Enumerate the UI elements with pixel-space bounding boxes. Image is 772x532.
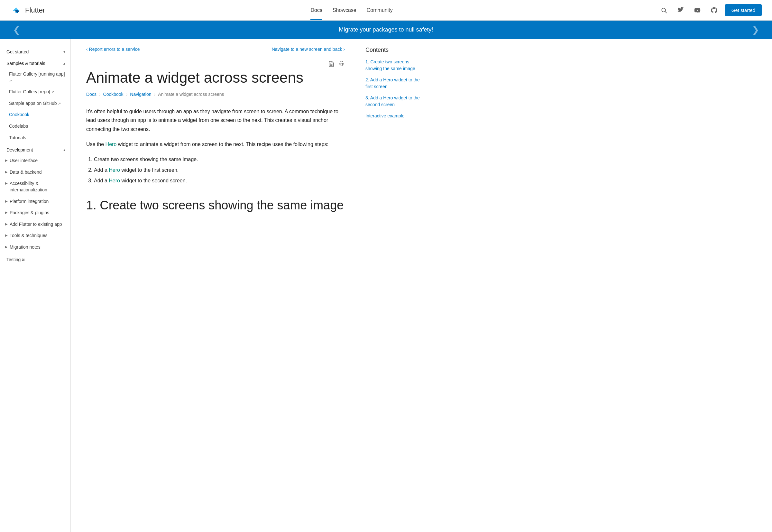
- contents-item-4[interactable]: Interactive example: [365, 113, 426, 119]
- sidebar-item-flutter-gallery-running[interactable]: Flutter Gallery [running app]: [0, 69, 70, 86]
- sidebar-get-started-header[interactable]: Get started ▾: [0, 47, 70, 57]
- page-actions: [328, 61, 345, 69]
- chevron-up-icon-dev: ▴: [63, 148, 65, 152]
- chevron-up-icon: ▴: [63, 61, 65, 66]
- step-1: Create two screens showing the same imag…: [94, 155, 345, 164]
- github-icon[interactable]: [708, 5, 720, 16]
- flutter-logo[interactable]: Flutter: [10, 5, 45, 16]
- contents-sidebar: Contents 1. Create two screens showing t…: [360, 39, 431, 532]
- page-layout: Get started ▾ Samples & tutorials ▴ Flut…: [0, 39, 772, 532]
- page-bug-button[interactable]: [338, 61, 345, 69]
- breadcrumb-navigation[interactable]: Navigation: [130, 92, 151, 97]
- sidebar-item-data-backend[interactable]: Data & backend: [0, 167, 70, 178]
- contents-item-1[interactable]: 1. Create two screens showing the same i…: [365, 59, 426, 72]
- header-left: Flutter: [10, 5, 45, 16]
- search-icon[interactable]: [658, 5, 670, 16]
- nav-community[interactable]: Community: [367, 1, 393, 20]
- twitter-icon[interactable]: [675, 5, 686, 16]
- header-right: Get started: [658, 4, 762, 16]
- breadcrumb-sep-2: ›: [126, 92, 128, 97]
- sidebar-section-development: Development ▴ User interface Data & back…: [0, 145, 70, 253]
- prev-page-link[interactable]: Report errors to a service: [86, 47, 140, 52]
- contents-item-2[interactable]: 2. Add a Hero widget to the first screen: [365, 77, 426, 90]
- intro-paragraph-2: Use the Hero widget to animate a widget …: [86, 140, 345, 149]
- page-source-button[interactable]: [328, 61, 335, 69]
- nav-docs[interactable]: Docs: [310, 1, 322, 20]
- sidebar-item-user-interface[interactable]: User interface: [0, 155, 70, 167]
- banner: ❮ Migrate your packages to null safety! …: [0, 21, 772, 39]
- flutter-logo-icon: [10, 5, 22, 16]
- main-content: Report errors to a service Navigate to a…: [71, 39, 360, 532]
- sidebar-item-sample-apps[interactable]: Sample apps on GitHub: [0, 98, 70, 109]
- sidebar-samples-header[interactable]: Samples & tutorials ▴: [0, 58, 70, 69]
- breadcrumb: Docs › Cookbook › Navigation › Animate a…: [86, 92, 345, 97]
- contents-title: Contents: [365, 47, 426, 53]
- intro-paragraph-1: It's often helpful to guide users throug…: [86, 107, 345, 133]
- sidebar: Get started ▾ Samples & tutorials ▴ Flut…: [0, 39, 71, 532]
- header: Flutter Docs Showcase Community Get: [0, 0, 772, 21]
- breadcrumb-cookbook[interactable]: Cookbook: [103, 92, 124, 97]
- get-started-button[interactable]: Get started: [725, 4, 762, 16]
- hero-link-3[interactable]: Hero: [109, 178, 120, 183]
- header-nav: Docs Showcase Community: [310, 1, 392, 20]
- sidebar-item-tutorials[interactable]: Tutorials: [0, 132, 70, 144]
- step-3: Add a Hero widget to the second screen.: [94, 176, 345, 186]
- sidebar-item-accessibility[interactable]: Accessibility & internationalization: [0, 178, 70, 196]
- contents-item-3[interactable]: 3. Add a Hero widget to the second scree…: [365, 95, 426, 108]
- banner-prev-arrow[interactable]: ❮: [13, 24, 20, 35]
- hero-link-2[interactable]: Hero: [109, 167, 120, 173]
- sidebar-section-get-started: Get started ▾: [0, 47, 70, 57]
- flutter-logo-text: Flutter: [25, 6, 45, 14]
- breadcrumb-sep-1: ›: [99, 92, 101, 97]
- sidebar-item-cookbook[interactable]: Cookbook: [0, 109, 70, 121]
- sidebar-section-testing: Testing &: [0, 254, 70, 265]
- svg-line-4: [665, 11, 667, 13]
- step-2: Add a Hero widget to the first screen.: [94, 166, 345, 175]
- sidebar-item-migration-notes[interactable]: Migration notes: [0, 242, 70, 253]
- breadcrumb-docs[interactable]: Docs: [86, 92, 97, 97]
- sidebar-item-tools-techniques[interactable]: Tools & techniques: [0, 230, 70, 242]
- sidebar-development-header[interactable]: Development ▴: [0, 145, 70, 155]
- next-page-link[interactable]: Navigate to a new screen and back: [272, 47, 345, 52]
- chevron-down-icon: ▾: [63, 50, 65, 54]
- sidebar-testing-header[interactable]: Testing &: [0, 254, 70, 265]
- nav-showcase[interactable]: Showcase: [333, 1, 356, 20]
- sidebar-item-platform-integration[interactable]: Platform integration: [0, 196, 70, 207]
- page-title: Animate a widget across screens: [86, 69, 345, 87]
- banner-text: Migrate your packages to null safety!: [339, 26, 433, 33]
- section-1-heading: 1. Create two screens showing the same i…: [86, 198, 345, 213]
- sidebar-item-add-flutter[interactable]: Add Flutter to existing app: [0, 219, 70, 230]
- sidebar-item-flutter-gallery-repo[interactable]: Flutter Gallery [repo]: [0, 86, 70, 98]
- youtube-icon[interactable]: [692, 5, 703, 16]
- prev-next-nav: Report errors to a service Navigate to a…: [86, 47, 345, 52]
- sidebar-item-packages-plugins[interactable]: Packages & plugins: [0, 207, 70, 219]
- steps-list: Create two screens showing the same imag…: [94, 155, 345, 185]
- sidebar-item-codelabs[interactable]: Codelabs: [0, 121, 70, 132]
- breadcrumb-current: Animate a widget across screens: [158, 92, 224, 97]
- sidebar-section-samples: Samples & tutorials ▴ Flutter Gallery [r…: [0, 58, 70, 143]
- banner-next-arrow[interactable]: ❯: [752, 24, 759, 35]
- hero-link-1[interactable]: Hero: [106, 142, 117, 147]
- breadcrumb-sep-3: ›: [154, 92, 155, 97]
